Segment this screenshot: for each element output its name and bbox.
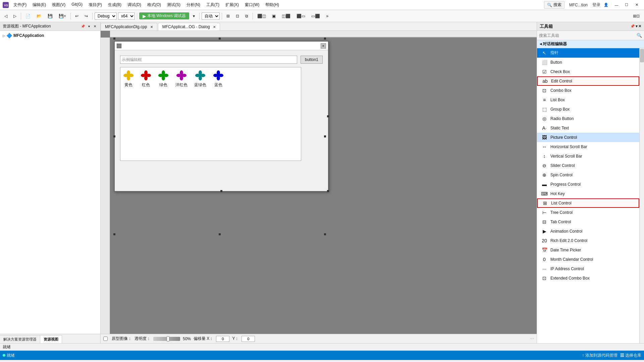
toolbox-item-extended-combo-box[interactable]: ⊡Extended Combo Box — [537, 274, 639, 283]
list-item-黄色[interactable]: 黄色 — [123, 70, 134, 88]
expand-right-button[interactable]: ⊞⊡ — [631, 12, 642, 20]
toolbox-item-slider-control[interactable]: ⊖Slider Control — [537, 161, 639, 170]
toolbox-item-rich-edit-2.0-control[interactable]: 20Rich Edit 2.0 Control — [537, 236, 639, 245]
minimize-button[interactable]: — — [612, 2, 621, 8]
list-item-洋红色[interactable]: 洋红色 — [175, 70, 187, 88]
solution-explorer-tab[interactable]: 解决方案资源管理器 — [0, 335, 40, 343]
debug-target-select[interactable]: 自动 — [202, 12, 220, 20]
tab-dialog[interactable]: MFCApplicat...OG - Dialog ✕ — [158, 23, 220, 31]
tool-btn-3[interactable]: ⧉ — [243, 12, 251, 20]
toolbox-scrollbar[interactable] — [639, 48, 644, 343]
toolbox-menu-button[interactable]: ▾ — [636, 24, 638, 28]
align-top-button[interactable]: ⬛▭ — [294, 12, 308, 20]
pin-button[interactable]: 📌 — [80, 24, 86, 29]
dialog-button1[interactable]: button1 — [301, 56, 323, 64]
list-item-蓝绿色[interactable]: 蓝绿色 — [194, 70, 206, 88]
toolbox-item-tree-control[interactable]: ⊢Tree Control — [537, 208, 639, 217]
menu-item-f[interactable]: 文件(F) — [11, 1, 29, 8]
toolbox-item-static-text[interactable]: A·Static Text — [537, 123, 639, 133]
menu-item-gitg[interactable]: Git(G) — [69, 1, 85, 8]
run-arrow[interactable]: ▾ — [191, 12, 197, 20]
menu-item-s[interactable]: 测试(S) — [164, 1, 183, 8]
offset-x-input[interactable]: 0 — [216, 336, 229, 342]
toolbox-item-radio-button[interactable]: ◎Radio Button — [537, 114, 639, 123]
toolbox-item-date-time-picker[interactable]: 📅Date Time Picker — [537, 245, 639, 255]
dialog-close-button[interactable]: ✕ — [321, 43, 326, 49]
menu-item-x[interactable]: 扩展(X) — [223, 1, 241, 8]
toolbox-item-ip-address-control[interactable]: ···IP Address Control — [537, 264, 639, 274]
toolbox-item-horizontal-scroll-bar[interactable]: ↔Horizontal Scroll Bar — [537, 142, 639, 152]
menu-item-t[interactable]: 工具(T) — [204, 1, 222, 8]
toolbox-item-list-box[interactable]: ≡List Box — [537, 95, 639, 105]
menu-item-h[interactable]: 帮助(H) — [263, 1, 282, 8]
platform-select[interactable]: x64 — [118, 12, 135, 20]
save-all-button[interactable]: 💾+ — [56, 12, 68, 20]
toolbox-section-header[interactable]: ◂ 对话框编辑器 — [537, 40, 644, 48]
menu-item-o[interactable]: 格式(O) — [145, 1, 164, 8]
forward-button[interactable]: ▷ — [11, 12, 19, 20]
toolbox-item-list-control[interactable]: ⊞List Control — [537, 198, 639, 208]
undo-button[interactable]: ↩ — [73, 12, 81, 20]
resource-view-tab[interactable]: 资源视图 — [40, 335, 62, 343]
toolbox-item-vertical-scroll-bar[interactable]: ↕Vertical Scroll Bar — [537, 152, 639, 161]
dialog-edit-field[interactable]: 示例编辑框 — [120, 56, 297, 64]
redo-button[interactable]: ↪ — [82, 12, 90, 20]
opacity-slider[interactable] — [153, 337, 180, 341]
resize-handle-b[interactable] — [220, 190, 222, 192]
resize-handle-br[interactable] — [327, 190, 329, 192]
tab-cpp-close[interactable]: ✕ — [150, 25, 153, 29]
toolbox-item-animation-control[interactable]: ▶Animation Control — [537, 227, 639, 236]
toolbox-pin-button[interactable]: 📌 — [630, 24, 635, 28]
back-button[interactable]: ◁ — [2, 12, 10, 20]
close-button[interactable]: ✕ — [632, 2, 641, 8]
align-center-button[interactable]: ▣ — [270, 12, 278, 20]
more-button[interactable]: » — [324, 12, 331, 20]
resize-handle-r[interactable] — [327, 115, 329, 117]
offset-y-input[interactable]: 0 — [241, 336, 255, 342]
toolbox-close-button[interactable]: ✕ — [638, 24, 641, 28]
align-bottom-button[interactable]: ▭⬛ — [309, 12, 322, 20]
toolbox-item-combo-box[interactable]: ⊡Combo Box — [537, 86, 639, 95]
toolbox-item-check-box[interactable]: ☑Check Box — [537, 67, 639, 76]
toolbox-item-指针[interactable]: ↖指针 — [537, 48, 639, 58]
search-box[interactable]: 🔍 搜索 — [544, 1, 565, 9]
save-button[interactable]: 💾 — [45, 12, 55, 20]
align-right-button[interactable]: ◫⬛ — [279, 12, 293, 20]
maximize-button[interactable]: ☐ — [622, 2, 631, 8]
menu-item-p[interactable]: 项目(P) — [86, 1, 105, 8]
toolbox-item-group-box[interactable]: ⬚Group Box — [537, 105, 639, 114]
panel-close-button[interactable]: ✕ — [92, 24, 98, 29]
toolbox-item-button[interactable]: ⬜Button — [537, 58, 639, 67]
menu-item-b[interactable]: 生成(B) — [105, 1, 124, 8]
align-left-button[interactable]: ⬛◫ — [255, 12, 268, 20]
tool-btn-2[interactable]: ⊡ — [233, 12, 241, 20]
menu-item-w[interactable]: 窗口(W) — [242, 1, 262, 8]
login-button[interactable]: 登录 — [592, 2, 600, 8]
select-repo[interactable]: ☰ 选择仓库 — [620, 353, 641, 358]
toolbox-item-spin-control[interactable]: ⊕Spin Control — [537, 170, 639, 180]
toolbox-item-month-calendar-control[interactable]: 0Month Calendar Control — [537, 255, 639, 264]
toolbox-item-progress-control[interactable]: ▬Progress Control — [537, 180, 639, 189]
menu-item-v[interactable]: 视图(V) — [49, 1, 68, 8]
add-to-source-control[interactable]: ↑ 添加到源代码管理 — [582, 353, 617, 358]
tab-dialog-close[interactable]: ✕ — [213, 25, 216, 29]
toolbox-item-edit-control[interactable]: abEdit Control — [537, 76, 639, 86]
menu-item-n[interactable]: 分析(N) — [184, 1, 203, 8]
toolbox-item-picture-control[interactable]: 🖼Picture Control — [537, 133, 639, 142]
prototype-checkbox[interactable] — [103, 337, 108, 341]
menu-item-d[interactable]: 调试(D) — [125, 1, 144, 8]
run-button[interactable]: ▶ 本地 Windows 调试器 — [139, 12, 189, 19]
list-item-绿色[interactable]: 绿色 — [158, 70, 169, 88]
tab-cpp[interactable]: MFCApplicationDlg.cpp ✕ — [101, 23, 157, 31]
new-file-button[interactable]: 📄 — [23, 12, 33, 20]
list-item-红色[interactable]: 红色 — [141, 70, 151, 88]
panel-menu-button[interactable]: ▾ — [86, 24, 92, 29]
toolbox-search-input[interactable] — [539, 33, 635, 38]
open-button[interactable]: 📂 — [34, 12, 44, 20]
build-config-select[interactable]: Debug — [95, 12, 117, 20]
menu-item-e[interactable]: 编辑(E) — [30, 1, 49, 8]
toolbox-item-hot-key[interactable]: ⌨Hot Key — [537, 189, 639, 198]
tool-btn-1[interactable]: ⊞ — [224, 12, 232, 20]
dialog-list-box[interactable]: 黄色 红色 绿色 洋红色 蓝绿色 蓝色 — [120, 67, 301, 161]
tree-item-root[interactable]: ▷ 🔷 MFCApplication — [1, 32, 99, 39]
